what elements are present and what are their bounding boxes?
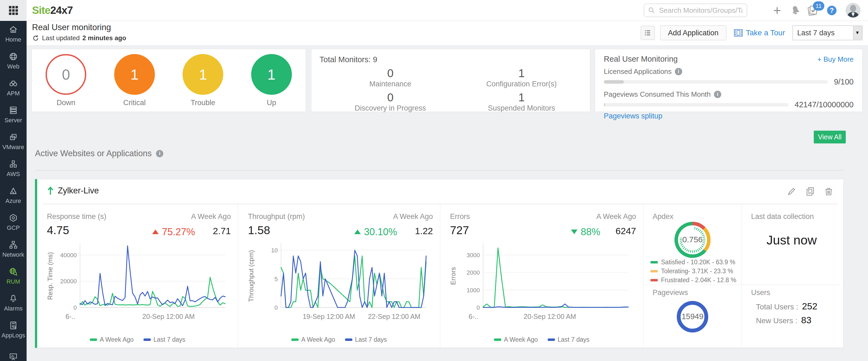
chevron-down-icon[interactable]: ▼ <box>853 26 862 39</box>
sidebar-item-web[interactable]: Web <box>0 48 27 75</box>
svg-text:Errors: Errors <box>450 267 457 285</box>
svg-text:3000: 3000 <box>467 252 480 258</box>
legend-item[interactable]: Last 7 days <box>144 336 186 343</box>
buy-more-link[interactable]: + Buy More <box>817 55 854 63</box>
notifications-button[interactable] <box>788 0 803 21</box>
vmware-icon <box>9 133 18 142</box>
info-icon[interactable]: i <box>675 68 682 75</box>
bell-icon <box>790 5 801 16</box>
azure-icon <box>9 186 18 196</box>
sidebar-item-network[interactable]: Network <box>0 236 27 263</box>
sidebar-item-more[interactable] <box>0 343 27 361</box>
svg-text:5: 5 <box>275 276 278 282</box>
search-input[interactable] <box>658 6 743 15</box>
response-time-panel: Response time (s)A Week Ago 4.75 75.27% … <box>37 204 238 348</box>
edit-button[interactable] <box>787 186 797 197</box>
swatch-icon <box>494 338 501 341</box>
sidebar-item-gcp[interactable]: GCP <box>0 209 27 236</box>
stat-suspended[interactable]: 1Suspended Monitors <box>461 91 582 112</box>
server-icon <box>9 106 18 115</box>
errors-panel: ErrorsA Week Ago 727 88% 6247 0100020003… <box>440 204 643 348</box>
aws-icon <box>9 160 18 169</box>
legend-item[interactable]: A Week Ago <box>90 336 134 343</box>
take-a-tour-link[interactable]: Take a Tour <box>734 29 785 37</box>
help-button[interactable]: ? <box>827 6 837 15</box>
sidebar-item-aws[interactable]: AWS <box>0 155 27 182</box>
last-updated-prefix: Last updated <box>42 34 80 42</box>
search-icon <box>648 6 655 15</box>
sidebar-item-applogs[interactable]: AppLogs <box>0 316 27 343</box>
rum-license-card: Real User Monitoring + Buy More Licensed… <box>595 49 863 112</box>
chart-title: Response time (s) <box>47 213 106 221</box>
total-monitors-card: Total Monitors: 9 0Maintenance 1Configur… <box>311 49 590 112</box>
refresh-icon[interactable] <box>32 34 39 42</box>
delete-button[interactable] <box>824 186 834 197</box>
global-search[interactable] <box>644 3 747 17</box>
sidebar-item-server[interactable]: Server <box>0 101 27 128</box>
stat-discovery[interactable]: 0Discovery in Progress <box>319 91 461 112</box>
copy-button[interactable] <box>805 186 815 197</box>
chart-legend: A Week AgoLast 7 days <box>37 336 238 343</box>
avatar-icon <box>845 3 861 18</box>
swatch-icon <box>144 338 151 341</box>
swatch-icon <box>650 270 658 273</box>
legend-item[interactable]: A Week Ago <box>494 336 538 343</box>
pageviews-title: Pageviews <box>653 288 688 297</box>
swatch-icon <box>345 338 352 341</box>
svg-text:0: 0 <box>73 304 77 311</box>
pencil-icon <box>787 186 797 196</box>
info-icon[interactable]: i <box>156 150 163 157</box>
time-range-value: Last 7 days <box>797 29 835 37</box>
chart-legend: A Week AgoLast 7 days <box>440 336 643 343</box>
status-trouble[interactable]: 1 Trouble <box>183 54 223 107</box>
svg-text:1000: 1000 <box>467 287 480 294</box>
section-title: Active Websites or Applications <box>35 148 152 158</box>
svg-text:20000: 20000 <box>60 278 77 285</box>
sidebar-item-alarms[interactable]: Alarms <box>0 289 27 316</box>
status-circle-trouble: 1 <box>183 54 223 95</box>
pageviews-splitup-link[interactable]: Pageviews splitup <box>604 112 662 120</box>
svg-text:40000: 40000 <box>60 252 77 258</box>
chart-title: Throughput (rpm) <box>248 213 305 221</box>
sidebar-item-apm[interactable]: APM <box>0 75 27 101</box>
legend-item[interactable]: A Week Ago <box>291 336 335 343</box>
sidebar-item-azure[interactable]: Azure <box>0 182 27 209</box>
legend-item[interactable]: Last 7 days <box>345 336 387 343</box>
users-title: Users <box>751 288 770 297</box>
application-link[interactable]: Zylker-Live <box>47 186 99 196</box>
status-up[interactable]: 1 Up <box>251 54 292 107</box>
list-view-button[interactable] <box>641 26 655 40</box>
svg-text:0: 0 <box>476 304 480 311</box>
delta-percent: 30.10% <box>364 226 397 238</box>
time-range-select[interactable]: Last 7 days ▼ <box>793 26 863 40</box>
legend-tolerating: Tolerating- 3.71K - 23.3 % <box>650 268 736 275</box>
svg-text:6-..: 6-.. <box>469 313 478 320</box>
globe-icon <box>9 52 18 61</box>
add-application-button[interactable]: Add Application <box>660 26 726 40</box>
stat-config-errors[interactable]: 1Configuration Error(s) <box>461 67 582 88</box>
site24x7-logo[interactable]: Site24x7 <box>32 0 73 21</box>
dashboard-board-icon <box>9 352 18 361</box>
stat-maintenance[interactable]: 0Maintenance <box>319 67 461 88</box>
sidebar-item-vmware[interactable]: VMware <box>0 128 27 155</box>
info-icon[interactable]: i <box>714 91 721 98</box>
status-down[interactable]: 0 Down <box>45 54 86 107</box>
apdex-donut-chart: 0.756 <box>672 220 713 260</box>
add-monitor-button[interactable]: + <box>770 0 784 21</box>
plus-icon: + <box>773 2 781 18</box>
sidebar-item-rum[interactable]: RUM <box>0 263 27 289</box>
user-avatar[interactable] <box>845 3 861 19</box>
trash-icon <box>824 186 834 196</box>
throughput-chart: 0510Throughput (cpm)19-Sep 12:00 AM22-Se… <box>243 241 433 325</box>
delta-arrow-icon <box>571 229 578 234</box>
legend-frustrated: Frustrated - 2.04K - 12.8 % <box>650 277 736 284</box>
view-all-button[interactable]: View All <box>814 131 846 143</box>
sidebar-item-home[interactable]: Home <box>0 21 27 48</box>
up-arrow-icon <box>47 186 54 195</box>
status-critical[interactable]: 1 Critical <box>114 54 155 107</box>
previous-value: 2.71 <box>209 226 231 236</box>
app-grid-button[interactable] <box>0 0 27 21</box>
legend-item[interactable]: Last 7 days <box>548 336 590 343</box>
grid-icon <box>9 6 18 15</box>
new-users-row: New Users :83 <box>756 315 817 326</box>
